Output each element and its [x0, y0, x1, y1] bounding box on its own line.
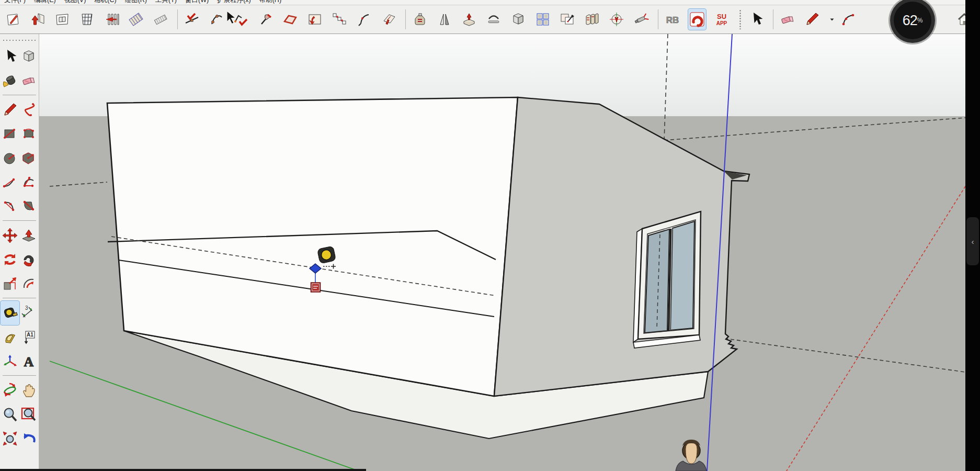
su-app-plugin-icon[interactable]: SUAPP: [713, 9, 731, 30]
overlay-percent-unit: %: [917, 17, 923, 24]
polyline-check-plugin-icon[interactable]: [232, 9, 250, 30]
node-chain-plugin-icon[interactable]: [331, 9, 348, 30]
striped-panel-plugin-icon[interactable]: [127, 9, 145, 30]
paste-in-place-plugin-icon[interactable]: [559, 9, 576, 30]
line-tool-dropdown-icon[interactable]: [828, 9, 836, 30]
freehand-tool[interactable]: [19, 98, 38, 122]
line-tool[interactable]: [1, 98, 19, 122]
menu-item-0[interactable]: 文件(F): [4, 0, 26, 5]
fence-plugin-icon[interactable]: [102, 9, 120, 30]
menu-bar: 文件(F)编辑(E)视图(V)相机(C)绘图(R)工具(T)窗口(W)扩展程序(…: [0, 0, 980, 5]
rotate-tool[interactable]: [1, 248, 19, 272]
orbit-tool[interactable]: [1, 378, 19, 402]
components-plugin-icon[interactable]: [534, 9, 552, 30]
svg-text:A1: A1: [27, 332, 33, 338]
viewport-3d[interactable]: [39, 34, 965, 471]
zoom-tool[interactable]: [1, 402, 19, 427]
svg-text:A: A: [24, 354, 34, 369]
toolbar-grip[interactable]: [739, 9, 741, 29]
text-tool[interactable]: A1: [19, 325, 38, 349]
circle-tool[interactable]: [1, 146, 19, 170]
pie-tool[interactable]: [19, 170, 38, 194]
bottom-video-edge: [0, 469, 366, 471]
s-plugin-icon[interactable]: [688, 9, 706, 30]
pan-tool[interactable]: [19, 378, 38, 402]
three-point-arc-tool[interactable]: [1, 194, 19, 218]
line-tool-icon[interactable]: [803, 9, 821, 30]
menu-item-3[interactable]: 相机(C): [94, 0, 116, 5]
palette-separator: [1, 296, 38, 301]
rb-plugin-icon[interactable]: RB: [664, 9, 681, 30]
sliding-window: [633, 211, 701, 348]
menu-item-7[interactable]: 扩展程序(x): [217, 0, 251, 5]
curve-arrow-plugin-icon[interactable]: [355, 9, 373, 30]
palette-separator: [1, 93, 38, 98]
menu-item-1[interactable]: 编辑(E): [34, 0, 56, 5]
sketch-plugin-icon[interactable]: [4, 9, 22, 30]
toolbar-separator: [658, 9, 658, 29]
eraser-tool-icon[interactable]: [779, 9, 796, 30]
arc-tool[interactable]: [1, 170, 19, 194]
zoom-extents-tool[interactable]: [1, 427, 19, 451]
ramp-plugin-icon[interactable]: [152, 9, 169, 30]
menu-item-8[interactable]: 帮助(H): [259, 0, 281, 5]
previous-view-tool[interactable]: [19, 427, 38, 451]
wall-up-plugin-icon[interactable]: [29, 9, 47, 30]
select-tool-icon[interactable]: [747, 9, 765, 30]
bend-plugin-icon[interactable]: [485, 9, 503, 30]
polygon-tool[interactable]: [19, 146, 38, 170]
push-pull-tool[interactable]: [19, 223, 38, 248]
recording-percent-overlay: 62 %: [890, 0, 935, 43]
menu-item-2[interactable]: 视图(V): [64, 0, 86, 5]
eraser-tool[interactable]: [19, 69, 38, 93]
3d-text-tool[interactable]: A: [19, 349, 38, 373]
window-plugin-icon[interactable]: [53, 9, 71, 30]
curve-node-plugin-icon[interactable]: [208, 9, 225, 30]
frame-arrow-plugin-icon[interactable]: [306, 9, 324, 30]
svg-text:APP: APP: [716, 20, 727, 26]
paint-bucket-tool[interactable]: [1, 69, 19, 93]
arc-tool-icon[interactable]: [839, 9, 857, 30]
protractor-tool[interactable]: [1, 325, 19, 349]
toolbar-separator: [405, 9, 406, 29]
menu-item-4[interactable]: 绘图(R): [125, 0, 147, 5]
extrude-box-plugin-icon[interactable]: [460, 9, 478, 30]
curtain-grid-plugin-icon[interactable]: [78, 9, 96, 30]
follow-me-tool[interactable]: [19, 248, 38, 272]
filled-arc-tool[interactable]: [19, 194, 38, 218]
svg-text:SU: SU: [717, 13, 726, 20]
dimension-tool[interactable]: 3: [19, 301, 38, 325]
palette-separator: [1, 218, 38, 223]
scale-tool[interactable]: [1, 272, 19, 296]
offset-tool[interactable]: [19, 272, 38, 296]
move-tool[interactable]: [1, 223, 19, 248]
jack-tool-plugin-icon[interactable]: [632, 9, 650, 30]
rotated-rectangle-tool[interactable]: [19, 122, 38, 146]
weight-plugin-icon[interactable]: [411, 9, 429, 30]
select-tool[interactable]: [1, 44, 19, 69]
svg-text:RB: RB: [666, 15, 679, 25]
axes-tool[interactable]: [1, 349, 19, 373]
solid-cube-plugin-icon[interactable]: [509, 9, 527, 30]
large-tool-set-palette: 3A1A: [0, 34, 39, 471]
compass-axes-plugin-icon[interactable]: [608, 9, 625, 30]
palette-drag-handle[interactable]: [2, 39, 37, 42]
unfold-sheet-plugin-icon[interactable]: [380, 9, 397, 30]
toolbar-separator: [773, 9, 773, 29]
overlay-percent-value: 62: [903, 13, 917, 29]
toolbar-separator: [177, 9, 178, 29]
tape-measure-tool[interactable]: [1, 301, 19, 325]
axe-plugin-icon[interactable]: [257, 9, 275, 30]
red-sheet-plugin-icon[interactable]: [281, 9, 299, 30]
menu-item-5[interactable]: 工具(T): [155, 0, 177, 5]
make-component-tool[interactable]: [19, 44, 38, 69]
materials-plugin-icon[interactable]: [583, 9, 601, 30]
right-edge-bar: ‹: [965, 0, 980, 471]
overlay-percent: 62 %: [894, 2, 931, 39]
zoom-window-tool[interactable]: [19, 402, 38, 427]
rectangle-tool[interactable]: [1, 122, 19, 146]
side-panel-toggle[interactable]: ‹: [966, 217, 979, 265]
mirror-flip-plugin-icon[interactable]: [436, 9, 453, 30]
line-check-plugin-icon[interactable]: [183, 9, 201, 30]
menu-item-6[interactable]: 窗口(W): [185, 0, 209, 5]
